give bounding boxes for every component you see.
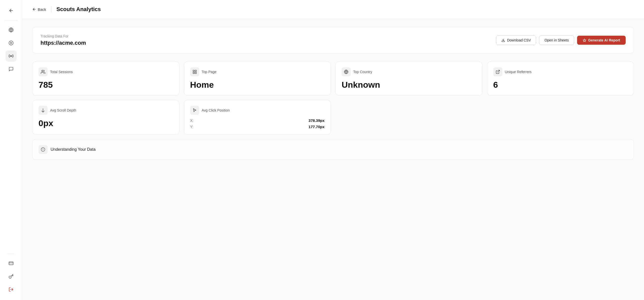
info-icon bbox=[38, 145, 48, 154]
sidebar-globe-icon[interactable] bbox=[6, 24, 17, 35]
tracking-label: Tracking Data For bbox=[41, 34, 86, 38]
header-bar: Back Scouts Analytics bbox=[22, 0, 644, 19]
generate-report-button[interactable]: Generate AI Report bbox=[577, 36, 626, 45]
click-x-row: X: 378.39px bbox=[190, 118, 325, 123]
back-arrow-icon bbox=[32, 7, 36, 11]
download-csv-label: Download CSV bbox=[507, 38, 531, 42]
stat-label-scroll: Avg Scroll Depth bbox=[50, 108, 76, 112]
svg-point-3 bbox=[11, 56, 11, 56]
sparkle-icon bbox=[583, 38, 586, 42]
empty-cell-3 bbox=[335, 100, 482, 135]
content-area: Tracking Data For https://acme.com Downl… bbox=[22, 19, 644, 168]
svg-rect-11 bbox=[193, 72, 194, 74]
sidebar bbox=[0, 0, 22, 300]
stat-value-sessions: 785 bbox=[38, 80, 173, 90]
stat-label-country: Top Country bbox=[353, 70, 372, 74]
bottom-peek-label: Understanding Your Data bbox=[51, 147, 96, 152]
stat-label-click: Avg Click Position bbox=[202, 108, 230, 112]
sidebar-divider-bottom bbox=[8, 254, 14, 254]
grid-icon bbox=[190, 67, 199, 76]
stat-card-click-position: Avg Click Position X: 378.39px Y: 177.70… bbox=[184, 100, 331, 135]
svg-rect-12 bbox=[195, 72, 196, 74]
sidebar-play-icon[interactable] bbox=[6, 37, 17, 48]
svg-point-1 bbox=[9, 41, 13, 45]
stat-card-top-page: Top Page Home bbox=[184, 62, 331, 95]
svg-rect-10 bbox=[195, 70, 196, 71]
click-positions: X: 378.39px Y: 177.70px bbox=[190, 118, 325, 129]
tracking-info: Tracking Data For https://acme.com bbox=[41, 34, 86, 46]
sidebar-chat-icon[interactable] bbox=[6, 64, 17, 75]
bottom-peek-card: Understanding Your Data bbox=[32, 139, 634, 160]
sidebar-broadcast-icon[interactable] bbox=[6, 51, 17, 62]
cursor-icon bbox=[190, 106, 199, 115]
svg-line-14 bbox=[497, 70, 499, 72]
click-x-value: 378.39px bbox=[309, 118, 325, 123]
click-x-label: X: bbox=[190, 118, 194, 123]
back-button[interactable]: Back bbox=[32, 7, 46, 12]
open-sheets-button[interactable]: Open in Sheets bbox=[539, 35, 574, 45]
download-csv-button[interactable]: Download CSV bbox=[496, 35, 536, 45]
stat-card-total-sessions: Total Sessions 785 bbox=[32, 62, 179, 95]
stat-label-sessions: Total Sessions bbox=[50, 70, 73, 74]
empty-cell-4 bbox=[487, 100, 634, 135]
download-icon bbox=[501, 38, 505, 42]
stat-card-unique-referrers: Unique Referrers 6 bbox=[487, 62, 634, 95]
back-label: Back bbox=[38, 7, 46, 12]
globe-stat-icon bbox=[342, 67, 351, 76]
svg-rect-4 bbox=[9, 262, 13, 265]
stat-value-country: Unknown bbox=[342, 80, 476, 90]
stat-header-click: Avg Click Position bbox=[190, 106, 325, 115]
stat-header-scroll: Avg Scroll Depth bbox=[38, 106, 173, 115]
stat-card-scroll-depth: Avg Scroll Depth 0px bbox=[32, 100, 179, 135]
svg-rect-9 bbox=[193, 70, 194, 71]
svg-marker-2 bbox=[11, 42, 12, 44]
users-icon bbox=[38, 67, 48, 76]
click-y-row: Y: 177.70px bbox=[190, 125, 325, 129]
tracking-actions: Download CSV Open in Sheets Generate AI … bbox=[496, 35, 626, 45]
stat-header-page: Top Page bbox=[190, 67, 325, 76]
generate-report-label: Generate AI Report bbox=[588, 38, 620, 42]
stat-value-page: Home bbox=[190, 80, 325, 90]
open-sheets-label: Open in Sheets bbox=[544, 38, 569, 42]
tracking-card: Tracking Data For https://acme.com Downl… bbox=[32, 27, 634, 54]
stat-value-referrers: 6 bbox=[493, 80, 628, 90]
sidebar-bottom bbox=[6, 252, 17, 295]
stats-grid-row2: Avg Scroll Depth 0px Avg Click Position bbox=[32, 100, 634, 135]
sidebar-billing-icon[interactable] bbox=[6, 258, 17, 269]
click-y-label: Y: bbox=[190, 125, 193, 129]
external-link-icon bbox=[493, 67, 502, 76]
page-title: Scouts Analytics bbox=[56, 6, 101, 13]
stat-header-sessions: Total Sessions bbox=[38, 67, 173, 76]
sidebar-logout-icon[interactable] bbox=[6, 284, 17, 295]
svg-point-8 bbox=[42, 70, 43, 72]
stat-label-referrers: Unique Referrers bbox=[505, 70, 532, 74]
sidebar-divider-top bbox=[4, 20, 17, 20]
stat-header-referrers: Unique Referrers bbox=[493, 67, 628, 76]
stat-card-top-country: Top Country Unknown bbox=[335, 62, 482, 95]
sidebar-key-icon[interactable] bbox=[6, 271, 17, 282]
tracking-url: https://acme.com bbox=[41, 40, 86, 46]
stat-label-page: Top Page bbox=[202, 70, 217, 74]
stat-value-scroll: 0px bbox=[38, 118, 173, 128]
click-y-value: 177.70px bbox=[309, 125, 325, 129]
sidebar-back-icon[interactable] bbox=[6, 5, 17, 16]
stat-header-country: Top Country bbox=[342, 67, 476, 76]
stats-grid-row1: Total Sessions 785 Top Page Home bbox=[32, 62, 634, 95]
header-divider bbox=[51, 6, 51, 12]
scroll-down-icon bbox=[38, 106, 48, 115]
main-content: Back Scouts Analytics Tracking Data For … bbox=[22, 0, 644, 300]
